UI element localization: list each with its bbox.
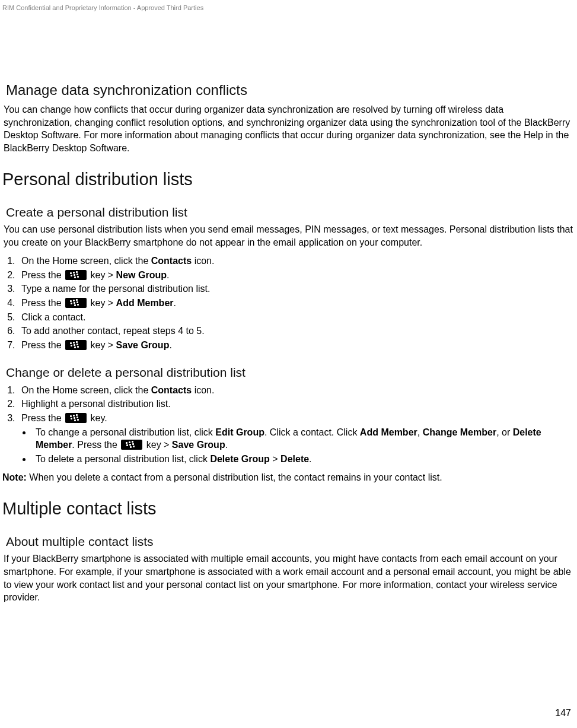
bold-save-group: Save Group <box>172 440 225 450</box>
text: icon. <box>192 256 214 266</box>
text: > <box>270 454 280 464</box>
step-3: Type a name for the personal distributio… <box>18 282 575 295</box>
step-2: Highlight a personal distribution list. <box>18 398 575 411</box>
text: On the Home screen, click the <box>21 256 151 266</box>
confidential-header: RIM Confidential and Proprietary Informa… <box>0 0 577 12</box>
para-about-multiple: If your BlackBerry smartphone is associa… <box>4 552 575 603</box>
text: key > <box>88 298 116 308</box>
bold-delete-group: Delete Group <box>210 454 269 464</box>
text: . Press the <box>72 440 120 450</box>
text: To change a personal distribution list, … <box>36 427 215 437</box>
heading-personal-dist: Personal distribution lists <box>2 168 575 191</box>
menu-key-icon <box>65 298 87 308</box>
step-1: On the Home screen, click the Contacts i… <box>18 255 575 268</box>
text: key > <box>88 340 116 350</box>
text: . <box>167 270 169 280</box>
heading-multiple-contact-lists: Multiple contact lists <box>2 497 575 520</box>
text: On the Home screen, click the <box>21 385 151 395</box>
step-5: Click a contact. <box>18 311 575 324</box>
note-label: Note: <box>2 472 27 482</box>
bold-change-member: Change Member <box>423 427 496 437</box>
text: . <box>309 454 311 464</box>
heading-manage-conflicts: Manage data synchronization conflicts <box>6 81 575 100</box>
steps-change: On the Home screen, click the Contacts i… <box>2 384 575 466</box>
bold-new-group: New Group <box>116 270 167 280</box>
text: . Click a contact. Click <box>264 427 360 437</box>
menu-key-icon <box>65 270 87 280</box>
text: icon. <box>192 385 214 395</box>
text: Press the <box>21 340 64 350</box>
page-content: Manage data synchronization conflicts Yo… <box>0 12 577 604</box>
heading-about-multiple: About multiple contact lists <box>6 533 575 550</box>
text: , <box>417 427 423 437</box>
menu-key-icon <box>121 440 142 450</box>
bold-contacts: Contacts <box>151 256 192 266</box>
text: Press the <box>21 413 64 423</box>
text: . <box>225 440 228 450</box>
bold-contacts: Contacts <box>151 385 192 395</box>
heading-change-delete: Change or delete a personal distribution… <box>6 364 575 381</box>
para-manage-conflicts: You can change how conflicts that occur … <box>4 103 575 154</box>
step-7: Press the key > Save Group. <box>18 339 575 352</box>
text: To delete a personal distribution list, … <box>36 454 210 464</box>
page-number: 147 <box>555 707 571 720</box>
step-6: To add another contact, repeat steps 4 t… <box>18 325 575 338</box>
text: key > <box>144 440 172 450</box>
bold-delete: Delete <box>280 454 309 464</box>
sub-bullets: To change a personal distribution list, … <box>21 426 575 466</box>
step-4: Press the key > Add Member. <box>18 297 575 310</box>
text: key. <box>88 413 107 423</box>
bold-save-group: Save Group <box>116 340 170 350</box>
steps-create: On the Home screen, click the Contacts i… <box>2 255 575 351</box>
bold-add-member: Add Member <box>116 298 174 308</box>
bold-add-member: Add Member <box>360 427 417 437</box>
step-3: Press the key. To change a personal dist… <box>18 412 575 465</box>
text: , or <box>496 427 513 437</box>
note: Note: When you delete a contact from a p… <box>2 471 575 484</box>
bullet-change: To change a personal distribution list, … <box>32 426 575 452</box>
menu-key-icon <box>65 340 87 350</box>
bullet-delete: To delete a personal distribution list, … <box>32 453 575 466</box>
text: Press the <box>21 298 64 308</box>
para-create-intro: You can use personal distribution lists … <box>4 223 575 249</box>
text: key > <box>88 270 116 280</box>
note-body: When you delete a contact from a persona… <box>27 472 442 482</box>
menu-key-icon <box>65 413 87 423</box>
bold-edit-group: Edit Group <box>215 427 264 437</box>
text: Press the <box>21 270 64 280</box>
text: . <box>169 340 171 350</box>
text: . <box>174 298 176 308</box>
step-1: On the Home screen, click the Contacts i… <box>18 384 575 397</box>
step-2: Press the key > New Group. <box>18 269 575 282</box>
heading-create-list: Create a personal distribution list <box>6 204 575 221</box>
